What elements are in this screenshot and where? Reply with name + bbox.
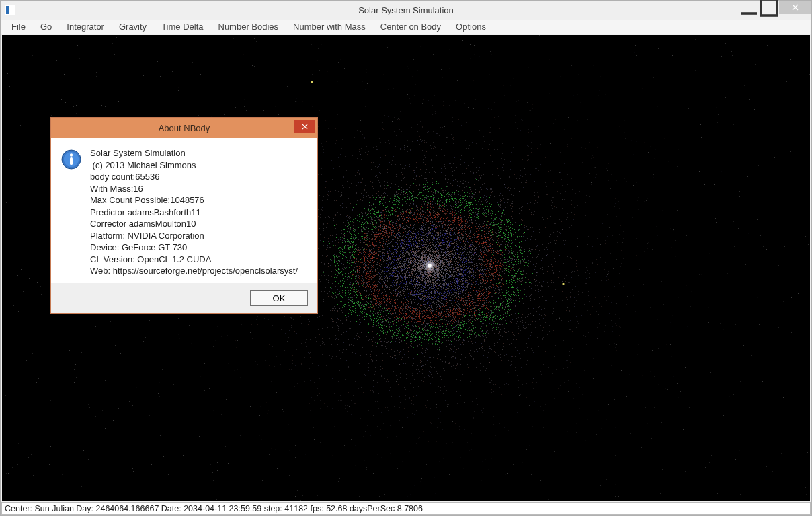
menu-gravity[interactable]: Gravity [112, 20, 153, 33]
dialog-line: body count:65536 [90, 171, 298, 183]
menu-center-on-body[interactable]: Center on Body [374, 20, 448, 33]
menu-file[interactable]: File [5, 20, 32, 33]
dialog-close-button[interactable] [294, 120, 315, 133]
dialog-footer: OK [51, 283, 317, 313]
svg-rect-1 [761, 0, 777, 15]
menu-number-with-mass[interactable]: Number with Mass [286, 20, 372, 33]
info-icon [60, 149, 82, 170]
dialog-line: Corrector adamsMoulton10 [90, 218, 298, 230]
dialog-line: Solar System Simulation [90, 147, 298, 159]
dialog-line: CL Version: OpenCL 1.2 CUDA [90, 254, 298, 266]
ok-button[interactable]: OK [250, 290, 308, 306]
dialog-line: (c) 2013 Michael Simmons [90, 159, 298, 172]
dialog-line: With Mass:16 [90, 183, 298, 195]
menu-options[interactable]: Options [449, 20, 493, 33]
minimize-button[interactable] [739, 1, 759, 14]
maximize-button[interactable] [759, 1, 779, 14]
status-bar: Center: Sun Julian Day: 2464064.166667 D… [1, 502, 811, 515]
window-title: Solar System Simulation [1, 5, 811, 15]
dialog-line: Web: https://sourceforge.net/projects/op… [90, 265, 298, 277]
dialog-line: Predictor adamsBashforth11 [90, 207, 298, 219]
app-icon [5, 5, 15, 15]
menubar: FileGoIntegratorGravityTime DeltaNumber … [1, 20, 811, 34]
ok-button-label: OK [273, 293, 286, 303]
svg-rect-9 [70, 157, 73, 165]
menu-time-delta[interactable]: Time Delta [155, 20, 210, 33]
dialog-text: Solar System Simulation (c) 2013 Michael… [90, 147, 298, 277]
dialog-line: Device: GeForce GT 730 [90, 242, 298, 254]
main-window: Solar System Simulation FileGoIntegrator… [0, 0, 812, 516]
menu-number-bodies[interactable]: Number Bodies [212, 20, 286, 33]
close-button[interactable] [779, 1, 811, 14]
titlebar: Solar System Simulation [1, 1, 811, 20]
menu-go[interactable]: Go [34, 20, 58, 33]
menu-integrator[interactable]: Integrator [60, 20, 111, 33]
window-controls [739, 1, 811, 14]
dialog-line: Max Count Possible:1048576 [90, 194, 298, 207]
status-text: Center: Sun Julian Day: 2464064.166667 D… [5, 504, 423, 513]
dialog-line: Platform: NVIDIA Corporation [90, 230, 298, 242]
dialog-title: About NBody [51, 123, 317, 133]
svg-point-8 [70, 153, 73, 156]
dialog-titlebar[interactable]: About NBody [51, 118, 317, 138]
about-dialog: About NBody Solar System Simulation (c) … [50, 117, 318, 314]
dialog-body: Solar System Simulation (c) 2013 Michael… [51, 138, 317, 283]
